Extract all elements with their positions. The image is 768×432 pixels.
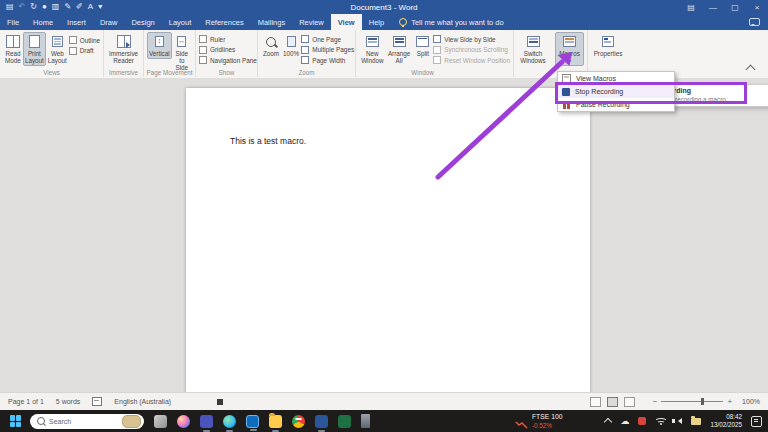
minimize-icon[interactable]: — (702, 0, 724, 14)
tray-chevron-icon[interactable] (604, 418, 612, 426)
font-icon[interactable]: A (88, 3, 93, 11)
group-label-page-movement: Page Movement (144, 69, 195, 76)
macros-button[interactable]: Macros ▾ (555, 32, 584, 66)
tray-folder-icon[interactable] (691, 418, 701, 425)
gridlines-checkbox[interactable]: Gridlines (199, 46, 257, 54)
word-count-label[interactable]: 5 words (56, 398, 81, 405)
clock[interactable]: 08:42 13/02/2025 (710, 413, 742, 430)
view-side-by-side-button[interactable]: View Side by Side (433, 35, 510, 43)
macros-dropdown-icon[interactable]: ▾ (568, 58, 571, 64)
copy-icon[interactable]: ▥ (52, 3, 60, 11)
tab-help[interactable]: Help (362, 14, 391, 30)
maximize-icon[interactable]: ▢ (724, 0, 746, 14)
read-mode-view-icon[interactable] (590, 397, 601, 407)
chrome-icon[interactable] (292, 415, 305, 428)
read-mode-button[interactable]: Read Mode (3, 32, 23, 66)
zoom-in-icon[interactable]: + (727, 398, 732, 406)
redo-icon[interactable]: ↻ (30, 3, 37, 11)
menu-item-pause-recording[interactable]: Pause Recording (558, 98, 674, 111)
wifi-icon[interactable] (655, 417, 666, 425)
tab-home[interactable]: Home (26, 14, 60, 30)
tab-file[interactable]: File (0, 14, 26, 30)
menu-item-stop-recording[interactable]: Stop Recording (558, 85, 674, 98)
print-layout-button[interactable]: Print Layout (23, 32, 46, 66)
zoom-slider[interactable]: − + (653, 398, 732, 406)
stock-widget[interactable]: FTSE 100 -0.52% (515, 413, 563, 428)
tab-design[interactable]: Design (124, 14, 161, 30)
tab-layout[interactable]: Layout (162, 14, 199, 30)
properties-button[interactable]: Properties (591, 32, 625, 59)
menu-item-view-macros[interactable]: View Macros (558, 72, 674, 85)
vertical-button[interactable]: ↕ Vertical (147, 32, 172, 59)
excel-icon[interactable] (338, 415, 351, 428)
web-layout-view-icon[interactable] (624, 397, 635, 407)
teams-icon[interactable] (200, 415, 213, 428)
taskbar-search[interactable]: Search (30, 414, 144, 429)
ribbon-display-options-icon[interactable]: ▤ (680, 0, 702, 14)
group-label-window: Window (356, 69, 489, 76)
document-page[interactable]: This is a test macro. (186, 88, 590, 393)
close-icon[interactable]: × (746, 0, 768, 14)
zoom-100-button[interactable]: 100% (281, 32, 301, 59)
pen-icon[interactable]: ✎ (64, 3, 71, 11)
tab-review[interactable]: Review (292, 14, 331, 30)
immersive-reader-button[interactable]: Immersive Reader (107, 32, 140, 66)
page-width-icon (301, 56, 309, 64)
tab-view[interactable]: View (331, 14, 362, 30)
view-macros-icon (562, 74, 571, 83)
desktop-app-icon[interactable] (154, 415, 167, 428)
person-icon[interactable]: ● (42, 3, 47, 11)
qat-more-icon[interactable]: ▾ (98, 3, 102, 11)
language-label[interactable]: English (Australia) (114, 398, 171, 405)
tray-app-icon[interactable] (638, 417, 646, 425)
multiple-pages-button[interactable]: Multiple Pages (301, 46, 354, 54)
split-button[interactable]: Split (412, 32, 433, 59)
tab-mailings[interactable]: Mailings (251, 14, 293, 30)
edge-icon[interactable] (223, 415, 236, 428)
switch-windows-button[interactable]: Switch Windows (517, 32, 549, 66)
stock-name: FTSE 100 (532, 413, 563, 421)
onedrive-icon[interactable]: ☁ (620, 417, 629, 426)
macro-stop-icon[interactable] (217, 399, 223, 405)
tab-draw[interactable]: Draw (93, 14, 125, 30)
page-width-button[interactable]: Page Width (301, 56, 354, 64)
tab-references[interactable]: References (198, 14, 250, 30)
start-button[interactable] (10, 415, 22, 427)
save-icon[interactable]: ▤ (6, 3, 14, 11)
zoom-level-label[interactable]: 100% (742, 398, 760, 405)
outline-button[interactable]: Outline (69, 36, 100, 44)
stock-chart-icon (515, 416, 528, 427)
undo-icon[interactable]: ↶ (19, 3, 26, 11)
navigation-pane-checkbox[interactable]: Navigation Pane (199, 56, 257, 64)
file-explorer-icon[interactable] (269, 415, 282, 428)
new-window-button[interactable]: New Window (359, 32, 386, 66)
highlighter-icon[interactable]: ✐ (76, 3, 83, 11)
draft-button[interactable]: Draft (69, 47, 100, 55)
ribbon-tab-bar: File Home Insert Draw Design Layout Refe… (0, 14, 768, 30)
zoom-button[interactable]: Zoom (261, 32, 281, 59)
gridlines-checkbox-icon (199, 46, 207, 54)
proofing-icon[interactable] (92, 397, 102, 406)
notifications-icon[interactable] (751, 416, 762, 427)
side-to-side-button[interactable]: ↔ Side to Side (172, 32, 192, 74)
volume-icon[interactable] (675, 418, 682, 424)
zoom-out-icon[interactable]: − (653, 398, 658, 406)
word-icon[interactable] (315, 415, 328, 428)
page-count-label[interactable]: Page 1 of 1 (8, 398, 44, 405)
draft-icon (69, 47, 77, 55)
ruler-checkbox[interactable]: Ruler (199, 35, 257, 43)
web-layout-button[interactable]: Web Layout (46, 32, 69, 66)
document-text[interactable]: This is a test macro. (230, 136, 306, 146)
print-layout-view-icon[interactable] (607, 397, 618, 407)
tell-me-box[interactable]: Tell me what you want to do (391, 14, 512, 30)
copilot-icon[interactable] (177, 415, 190, 428)
one-page-button[interactable]: One Page (301, 35, 354, 43)
recycle-bin-icon[interactable] (361, 414, 370, 428)
arrange-all-button[interactable]: Arrange All (386, 32, 413, 66)
phone-link-icon[interactable] (246, 415, 259, 428)
comments-button[interactable] (749, 14, 760, 30)
zoom-slider-thumb[interactable] (701, 398, 704, 405)
group-switch-windows: Switch Windows (514, 30, 552, 77)
zoom-100-icon (287, 34, 296, 49)
tab-insert[interactable]: Insert (60, 14, 93, 30)
